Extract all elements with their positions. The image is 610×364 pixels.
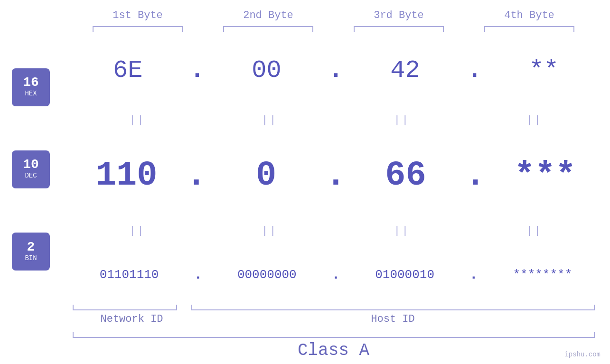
bracket-byte4 bbox=[484, 26, 574, 32]
bin-badge-label: BIN bbox=[25, 254, 37, 263]
bin-value-2: 00000000 bbox=[237, 268, 297, 282]
hex-cell-3: 42 bbox=[353, 56, 458, 84]
bin-badge-number: 2 bbox=[27, 241, 35, 254]
dec-badge-number: 10 bbox=[23, 158, 39, 171]
hex-value-2: 00 bbox=[252, 56, 281, 84]
hex-cell-4: ** bbox=[492, 56, 596, 84]
bin-value-4: ******** bbox=[513, 268, 572, 282]
bin-cell-4: ******** bbox=[490, 268, 595, 282]
dec-cell-1: 110 bbox=[75, 156, 179, 195]
equals-row-1: || || || || bbox=[62, 114, 610, 126]
dec-badge: 10 DEC bbox=[12, 150, 50, 188]
equals-2-b1: || bbox=[85, 225, 189, 237]
bin-row: 01101110 . 00000000 . 01000010 . *******… bbox=[62, 267, 610, 283]
hex-badge-label: HEX bbox=[25, 89, 37, 99]
bin-dot-1: . bbox=[194, 267, 202, 283]
equals-2-b4: || bbox=[482, 225, 587, 237]
equals-1-b2: || bbox=[217, 114, 322, 126]
watermark: ipshu.com bbox=[564, 351, 601, 358]
bottom-section: Network ID Host ID bbox=[73, 305, 595, 332]
equals-1-b4: || bbox=[482, 114, 587, 126]
bin-value-1: 01101110 bbox=[100, 268, 159, 282]
hex-badge-number: 16 bbox=[23, 76, 39, 89]
byte3-header: 3rd Byte bbox=[347, 9, 451, 21]
hex-badge: 16 HEX bbox=[12, 68, 50, 106]
dec-dot-2: . bbox=[326, 156, 346, 195]
class-label: Class A bbox=[73, 341, 595, 360]
dec-cell-3: 66 bbox=[353, 156, 458, 195]
hex-row: 6E . 00 . 42 . ** bbox=[62, 56, 610, 84]
byte-headers: 1st Byte 2nd Byte 3rd Byte 4th Byte bbox=[73, 9, 595, 21]
dec-badge-label: DEC bbox=[25, 171, 37, 181]
dec-dot-3: . bbox=[465, 156, 486, 195]
equals-1-b1: || bbox=[85, 114, 189, 126]
equals-1-b3: || bbox=[350, 114, 454, 126]
hex-value-1: 6E bbox=[113, 56, 142, 84]
bin-cell-2: 00000000 bbox=[215, 268, 319, 282]
bin-cell-1: 01101110 bbox=[77, 268, 181, 282]
dec-value-1: 110 bbox=[96, 156, 158, 195]
equals-2-b2: || bbox=[217, 225, 322, 237]
bin-value-3: 01000010 bbox=[375, 268, 434, 282]
host-id-label: Host ID bbox=[191, 313, 595, 325]
hex-dot-1: . bbox=[190, 56, 205, 84]
data-rows: 6E . 00 . 42 . ** || || || || bbox=[62, 37, 610, 302]
id-brackets bbox=[73, 305, 595, 310]
equals-2-b3: || bbox=[350, 225, 454, 237]
network-id-label: Network ID bbox=[73, 313, 191, 325]
class-full-bracket bbox=[73, 332, 595, 338]
hex-dot-3: . bbox=[467, 56, 482, 84]
bin-dot-2: . bbox=[331, 267, 340, 283]
byte1-header: 1st Byte bbox=[85, 9, 190, 21]
dec-value-4: *** bbox=[514, 156, 576, 195]
dec-dot-1: . bbox=[186, 156, 206, 195]
dec-value-2: 0 bbox=[256, 156, 276, 195]
bracket-byte3 bbox=[354, 26, 444, 32]
bracket-byte2 bbox=[223, 26, 313, 32]
byte2-header: 2nd Byte bbox=[216, 9, 320, 21]
hex-dot-2: . bbox=[328, 56, 343, 84]
dec-cell-2: 0 bbox=[214, 156, 319, 195]
class-bracket-row bbox=[73, 332, 595, 338]
bin-dot-3: . bbox=[469, 267, 478, 283]
main-container: 1st Byte 2nd Byte 3rd Byte 4th Byte 16 H… bbox=[0, 0, 610, 364]
equals-row-2: || || || || bbox=[62, 225, 610, 237]
bin-cell-3: 01000010 bbox=[353, 268, 457, 282]
dec-row: 110 . 0 . 66 . *** bbox=[62, 156, 610, 195]
main-area: 16 HEX 10 DEC 2 BIN 6E . 00 bbox=[0, 37, 610, 302]
badges-column: 16 HEX 10 DEC 2 BIN bbox=[0, 37, 62, 302]
hex-value-4: ** bbox=[529, 56, 558, 84]
hex-cell-1: 6E bbox=[75, 56, 180, 84]
bin-badge: 2 BIN bbox=[12, 233, 50, 271]
top-brackets bbox=[73, 26, 595, 32]
hex-cell-2: 00 bbox=[214, 56, 319, 84]
host-bracket bbox=[191, 305, 595, 310]
dec-cell-4: *** bbox=[493, 156, 597, 195]
id-labels-row: Network ID Host ID bbox=[73, 313, 595, 325]
dec-value-3: 66 bbox=[385, 156, 426, 195]
byte4-header: 4th Byte bbox=[477, 9, 582, 21]
network-bracket bbox=[73, 305, 177, 310]
hex-value-3: 42 bbox=[390, 56, 420, 84]
bracket-byte1 bbox=[93, 26, 183, 32]
